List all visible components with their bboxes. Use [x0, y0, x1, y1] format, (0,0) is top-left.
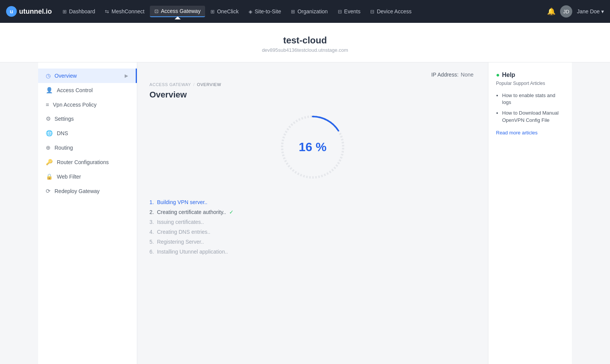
sidebar-label: Vpn Access Policy [53, 102, 96, 108]
sidebar-label: Router Configurations [57, 159, 109, 165]
sidebar-icon: ≡ [46, 101, 49, 108]
active-nav-arrow [175, 16, 181, 19]
nav-items: ⊞Dashboard⇆MeshConnect⊡Access Gateway⊞On… [58, 6, 416, 17]
nav-item-organization[interactable]: ⊞Organization [286, 6, 332, 17]
sidebar-icon: 👤 [46, 87, 53, 94]
step-text: Building VPN server.. [157, 199, 207, 205]
ip-label: IP Address: [431, 72, 458, 78]
sidebar-item-overview[interactable]: ◷Overview▶ [38, 69, 137, 83]
nav-icon: ⇆ [105, 9, 109, 14]
sidebar-label: Web Filter [57, 174, 81, 180]
help-icon: ● [496, 72, 500, 78]
nav-icon: ⊞ [63, 9, 67, 14]
nav-icon: ⊡ [154, 8, 159, 14]
nav-icon: ⊟ [370, 9, 374, 14]
nav-icon: ⊞ [210, 9, 215, 14]
ip-bar: IP Address: None [149, 72, 476, 78]
step-num: 6. [149, 249, 154, 255]
step-item: 6.Installing Utunnel application.. [149, 247, 476, 257]
sidebar-label: Routing [55, 145, 73, 151]
sidebar-item-access-control[interactable]: 👤Access Control [38, 83, 137, 97]
help-panel: ● Help Popular Support Articles How to e… [488, 62, 572, 364]
sidebar-item-redeploy-gateway[interactable]: ⟳Redeploy Gateway [38, 184, 137, 198]
nav-item-access-gateway[interactable]: ⊡Access Gateway [150, 6, 205, 17]
bell-icon[interactable]: 🔔 [547, 7, 555, 16]
step-item: 5.Registering Server.. [149, 237, 476, 247]
help-subtitle: Popular Support Articles [496, 81, 564, 86]
step-item: 2.Creating certificate authority..✓ [149, 207, 476, 217]
main-layout: ◷Overview▶👤Access Control≡Vpn Access Pol… [38, 62, 572, 364]
breadcrumb-parent: ACCESS GATEWAY [149, 82, 191, 87]
progress-value: 16 % [299, 140, 327, 154]
page-subtitle: dev895sub4136testcloud.utnstage.com [0, 47, 610, 53]
sidebar-item-routing[interactable]: ⊕Routing [38, 140, 137, 155]
help-articles: How to enable stats and logsHow to Downl… [496, 92, 564, 124]
chevron-icon: ▶ [125, 73, 128, 78]
nav-icon: ◈ [249, 9, 252, 14]
avatar: JD [560, 5, 572, 18]
page-title: test-cloud [0, 35, 610, 46]
sidebar: ◷Overview▶👤Access Control≡Vpn Access Pol… [38, 62, 137, 364]
step-num: 5. [149, 239, 154, 245]
nav-item-site-to-site[interactable]: ◈Site-to-Site [244, 6, 286, 17]
sidebar-icon: 🌐 [46, 130, 53, 137]
progress-container: 16 % [149, 109, 476, 185]
content-title: Overview [149, 90, 476, 100]
nav-icon: ⊟ [338, 9, 342, 14]
step-text: Registering Server.. [157, 239, 204, 245]
step-num: 4. [149, 229, 154, 235]
sidebar-item-dns[interactable]: 🌐DNS [38, 126, 137, 140]
navbar: u utunnel.io ⊞Dashboard⇆MeshConnect⊡Acce… [0, 0, 610, 23]
navbar-right: 🔔 JD Jane Doe ▾ [547, 5, 604, 18]
nav-icon: ⊞ [291, 9, 295, 14]
logo-text: utunnel.io [19, 8, 52, 16]
step-item: 1.Building VPN server.. [149, 197, 476, 207]
progress-circle: 16 % [274, 109, 351, 185]
step-num: 1. [149, 199, 154, 205]
logo[interactable]: u utunnel.io [6, 6, 52, 17]
sidebar-icon: ⊕ [46, 144, 51, 151]
sidebar-icon: ⚙ [46, 115, 51, 122]
help-article: How to Download Manual OpenVPN Config Fi… [502, 110, 564, 123]
step-item: 3.Issuing certificates.. [149, 217, 476, 227]
nav-item-device-access[interactable]: ⊟Device Access [366, 6, 416, 17]
sidebar-item-settings[interactable]: ⚙Settings [38, 112, 137, 126]
step-text: Issuing certificates.. [157, 219, 204, 225]
nav-item-oneclick[interactable]: ⊞OneClick [206, 6, 243, 17]
main-content: IP Address: None ACCESS GATEWAY / OVERVI… [137, 62, 488, 364]
sidebar-icon: ◷ [46, 72, 51, 79]
check-icon: ✓ [229, 209, 234, 215]
sidebar-label: DNS [57, 130, 68, 136]
page-header: test-cloud dev895sub4136testcloud.utnsta… [0, 23, 610, 62]
breadcrumb: ACCESS GATEWAY / OVERVIEW [149, 82, 476, 87]
sidebar-item-web-filter[interactable]: 🔒Web Filter [38, 169, 137, 184]
sidebar-icon: 🔒 [46, 173, 53, 180]
sidebar-item-router-configurations[interactable]: 🔑Router Configurations [38, 155, 137, 169]
step-text: Installing Utunnel application.. [157, 249, 228, 255]
sidebar-item-vpn-access-policy[interactable]: ≡Vpn Access Policy [38, 97, 137, 112]
breadcrumb-separator: / [193, 82, 195, 87]
step-num: 3. [149, 219, 154, 225]
sidebar-label: Redeploy Gateway [55, 188, 100, 194]
sidebar-icon: 🔑 [46, 159, 53, 166]
sidebar-label: Overview [55, 73, 77, 79]
steps-list: 1.Building VPN server..2.Creating certif… [149, 197, 476, 257]
read-more-link[interactable]: Read more articles [496, 130, 564, 136]
user-name[interactable]: Jane Doe ▾ [577, 8, 604, 14]
nav-item-meshconnect[interactable]: ⇆MeshConnect [100, 6, 149, 17]
ip-value: None [461, 72, 474, 78]
step-text: Creating DNS entries.. [157, 229, 210, 235]
help-article: How to enable stats and logs [502, 92, 564, 106]
step-text: Creating certificate authority.. [157, 209, 226, 215]
nav-item-events[interactable]: ⊟Events [333, 6, 365, 17]
logo-icon: u [6, 6, 17, 17]
breadcrumb-current: OVERVIEW [197, 82, 222, 87]
sidebar-icon: ⟳ [46, 188, 51, 195]
step-item: 4.Creating DNS entries.. [149, 227, 476, 237]
sidebar-label: Settings [55, 116, 74, 122]
sidebar-label: Access Control [57, 87, 93, 93]
help-title: ● Help [496, 72, 564, 78]
step-num: 2. [149, 209, 154, 215]
nav-item-dashboard[interactable]: ⊞Dashboard [58, 6, 100, 17]
